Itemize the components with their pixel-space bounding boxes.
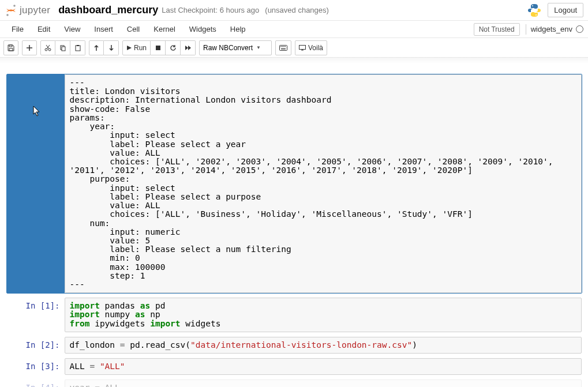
restart-button[interactable]	[166, 40, 181, 55]
add-cell-button[interactable]	[22, 40, 37, 55]
cut-icon	[44, 44, 51, 51]
jupyter-logo[interactable]: jupyter	[5, 4, 50, 17]
paste-button[interactable]	[70, 40, 85, 55]
code-cell-2[interactable]: In [2]: df_london = pd.read_csv("data/in…	[6, 336, 582, 354]
paste-icon	[74, 44, 81, 51]
code-cell-3[interactable]: In [3]: ALL = "ALL"	[6, 358, 582, 375]
toolbar: Run Raw NBConvert Voilà	[0, 38, 588, 58]
stop-button[interactable]	[151, 40, 166, 55]
unsaved-text: (unsaved changes)	[265, 6, 329, 14]
separator	[526, 24, 526, 35]
header: jupyter dashboard_mercury Last Checkpoin…	[0, 0, 588, 21]
cut-button[interactable]	[40, 40, 55, 55]
cell-input[interactable]: df_london = pd.read_csv("data/internatio…	[65, 337, 582, 354]
svg-rect-11	[77, 45, 79, 46]
save-icon	[8, 44, 14, 51]
restart-run-all-button[interactable]	[181, 40, 196, 55]
code-cell-4[interactable]: In [4]: year = ALL	[6, 379, 582, 387]
svg-rect-12	[156, 46, 160, 50]
menu-help[interactable]: Help	[223, 21, 253, 37]
cell-prompt: In [2]:	[25, 340, 59, 354]
svg-point-0	[13, 5, 16, 7]
menu-view[interactable]: View	[57, 21, 87, 37]
menu-widgets[interactable]: Widgets	[182, 21, 223, 37]
raw-cell-0[interactable]: --- title: London visitors description: …	[6, 74, 582, 294]
checkpoint-text: Last Checkpoint: 6 hours ago	[162, 6, 259, 14]
command-palette-button[interactable]	[275, 40, 291, 55]
svg-rect-9	[62, 47, 65, 51]
move-up-button[interactable]	[89, 40, 104, 55]
arrow-down-icon	[108, 44, 114, 51]
kernel-name[interactable]: widgets_env	[531, 25, 572, 33]
notebook-container: --- title: London visitors description: …	[3, 63, 586, 387]
run-button[interactable]: Run	[122, 40, 151, 55]
jupyter-text: jupyter	[20, 5, 50, 16]
jupyter-icon	[5, 4, 17, 17]
logout-button[interactable]: Logout	[548, 3, 583, 17]
menu-insert[interactable]: Insert	[87, 21, 120, 37]
copy-icon	[59, 44, 66, 51]
menu-cell[interactable]: Cell	[120, 21, 147, 37]
notebook-name[interactable]: dashboard_mercury	[58, 4, 158, 16]
restart-icon	[170, 44, 177, 51]
cell-prompt: In [3]:	[25, 362, 59, 375]
svg-rect-15	[282, 46, 283, 47]
svg-rect-19	[299, 45, 305, 49]
cell-input[interactable]: --- title: London visitors description: …	[65, 74, 582, 293]
code-cell-1[interactable]: In [1]: import pandas as pd import numpy…	[6, 297, 582, 333]
copy-button[interactable]	[55, 40, 70, 55]
svg-rect-13	[279, 45, 287, 50]
cell-input[interactable]: import pandas as pd import numpy as np f…	[65, 298, 582, 332]
play-icon	[126, 45, 132, 51]
svg-rect-17	[284, 46, 286, 47]
menubar: File Edit View Insert Cell Kernel Widget…	[0, 21, 588, 38]
keyboard-icon	[279, 45, 287, 51]
cell-input[interactable]: ALL = "ALL"	[65, 358, 582, 375]
menu-list: File Edit View Insert Cell Kernel Widget…	[5, 21, 253, 37]
monitor-icon	[299, 45, 306, 51]
kernel-indicator-icon	[576, 25, 583, 33]
fast-forward-icon	[185, 45, 192, 51]
move-down-button[interactable]	[104, 40, 119, 55]
python-icon	[527, 3, 542, 18]
svg-rect-18	[281, 48, 286, 50]
svg-point-2	[532, 5, 533, 6]
cell-prompt: In [4]:	[25, 383, 59, 387]
menu-kernel[interactable]: Kernel	[147, 21, 182, 37]
stop-icon	[155, 45, 161, 51]
svg-rect-10	[76, 46, 80, 51]
voila-button[interactable]: Voilà	[295, 40, 327, 55]
not-trusted-button[interactable]: Not Trusted	[474, 23, 520, 36]
svg-rect-14	[280, 46, 282, 47]
plus-icon	[26, 44, 33, 51]
menu-file[interactable]: File	[5, 21, 31, 37]
cell-input[interactable]: year = ALL	[65, 380, 582, 387]
save-button[interactable]	[3, 40, 18, 55]
celltype-select[interactable]: Raw NBConvert	[199, 40, 272, 55]
menu-edit[interactable]: Edit	[31, 21, 57, 37]
svg-point-3	[535, 14, 537, 16]
cell-prompt: In [1]:	[25, 301, 59, 332]
svg-rect-4	[9, 45, 12, 47]
svg-point-1	[6, 14, 9, 16]
arrow-up-icon	[93, 44, 99, 51]
svg-rect-16	[283, 46, 284, 47]
svg-rect-5	[9, 48, 13, 51]
